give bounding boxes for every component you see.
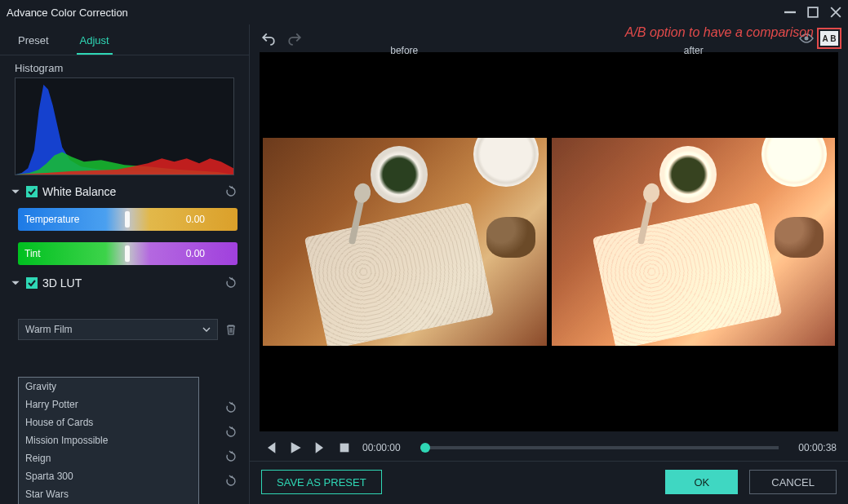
reset-icon[interactable] — [224, 401, 238, 414]
save-preset-button[interactable]: SAVE AS PRESET — [261, 470, 382, 494]
tab-adjust[interactable]: Adjust — [77, 29, 113, 55]
play-icon[interactable] — [289, 441, 302, 454]
temperature-slider[interactable]: Temperature 0.00 — [18, 208, 238, 231]
temperature-value: 0.00 — [186, 214, 205, 225]
lut-dropdown[interactable]: Gravity Harry Potter House of Cards Miss… — [18, 377, 199, 504]
tint-slider[interactable]: Tint 0.00 — [18, 242, 238, 265]
current-time: 00:00:00 — [362, 442, 401, 453]
svg-rect-3 — [340, 444, 349, 453]
temperature-slider-block: Temperature 0.00 — [18, 208, 238, 231]
white-balance-label: White Balance — [42, 185, 116, 198]
lut-select-row: Warm Film — [0, 314, 249, 345]
svg-rect-1 — [808, 7, 818, 17]
lut-option[interactable]: Mission Impossible — [19, 431, 198, 449]
tint-handle[interactable] — [125, 245, 130, 262]
lut-option[interactable]: House of Cards — [19, 413, 198, 431]
scrubber-handle[interactable] — [420, 443, 430, 453]
cancel-button[interactable]: CANCEL — [749, 470, 837, 494]
footer: SAVE AS PRESET OK CANCEL — [250, 461, 848, 504]
tint-label: Tint — [24, 248, 41, 259]
stop-icon[interactable] — [338, 441, 351, 454]
ab-compare-button[interactable]: A B — [820, 31, 838, 46]
window-controls — [784, 7, 841, 18]
transport-bar: 00:00:00 00:00:38 — [250, 436, 848, 461]
lut-option[interactable]: Star Wars — [19, 485, 198, 503]
chevron-down-icon[interactable] — [10, 186, 21, 197]
reset-icon[interactable] — [224, 450, 238, 463]
scrubber[interactable] — [420, 446, 779, 449]
reset-column — [224, 401, 238, 488]
tint-slider-block: Tint 0.00 — [18, 242, 238, 265]
lut-option[interactable]: Sparta 300 — [19, 467, 198, 485]
maximize-icon[interactable] — [807, 7, 819, 18]
lut-checkbox[interactable] — [26, 277, 38, 289]
next-frame-icon[interactable] — [313, 441, 326, 454]
white-balance-header: White Balance — [0, 180, 249, 203]
annotation-text: A/B option to have a comparison — [625, 24, 814, 41]
chevron-down-icon[interactable] — [10, 277, 21, 289]
white-balance-checkbox[interactable] — [26, 186, 38, 197]
before-label: before — [260, 45, 549, 56]
reset-icon[interactable] — [224, 426, 238, 439]
undo-icon[interactable] — [261, 31, 276, 46]
lut-header: 3D LUT — [0, 272, 249, 294]
reset-icon[interactable] — [224, 276, 238, 290]
tint-value: 0.00 — [186, 248, 205, 259]
duration: 00:00:38 — [798, 442, 837, 453]
chevron-down-icon — [202, 325, 211, 334]
redo-icon[interactable] — [287, 31, 302, 46]
before-preview — [263, 138, 546, 347]
minimize-icon[interactable] — [784, 7, 796, 18]
lut-select[interactable]: Warm Film — [18, 319, 218, 340]
lut-select-value: Warm Film — [25, 324, 73, 335]
compare-labels: before after — [260, 45, 838, 56]
tabs: Preset Adjust — [0, 24, 249, 55]
histogram-label: Histogram — [0, 55, 249, 77]
reset-icon[interactable] — [224, 475, 238, 488]
ok-button[interactable]: OK — [665, 470, 738, 494]
temperature-handle[interactable] — [125, 211, 130, 228]
histogram-chart — [15, 77, 234, 175]
content: Preset Adjust Histogram White Balance Te… — [0, 24, 848, 504]
reset-icon[interactable] — [224, 185, 238, 198]
lut-option[interactable]: Reign — [19, 449, 198, 467]
close-icon[interactable] — [830, 7, 841, 18]
lut-label: 3D LUT — [42, 276, 82, 290]
lut-option[interactable]: Gravity — [19, 378, 198, 396]
svg-rect-0 — [784, 11, 796, 13]
tab-preset[interactable]: Preset — [15, 29, 52, 55]
titlebar: Advance Color Correction — [0, 0, 848, 24]
sidebar: Preset Adjust Histogram White Balance Te… — [0, 24, 250, 504]
temperature-label: Temperature — [24, 214, 79, 225]
after-preview — [552, 138, 835, 347]
window-title: Advance Color Correction — [7, 7, 128, 19]
preview-pane: A/B option to have a comparison A B befo… — [250, 24, 848, 504]
prev-frame-icon[interactable] — [264, 441, 277, 454]
after-label: after — [549, 45, 839, 56]
preview-viewer — [260, 52, 838, 431]
lut-option[interactable]: Harry Potter — [19, 396, 198, 413]
trash-icon[interactable] — [224, 323, 238, 336]
